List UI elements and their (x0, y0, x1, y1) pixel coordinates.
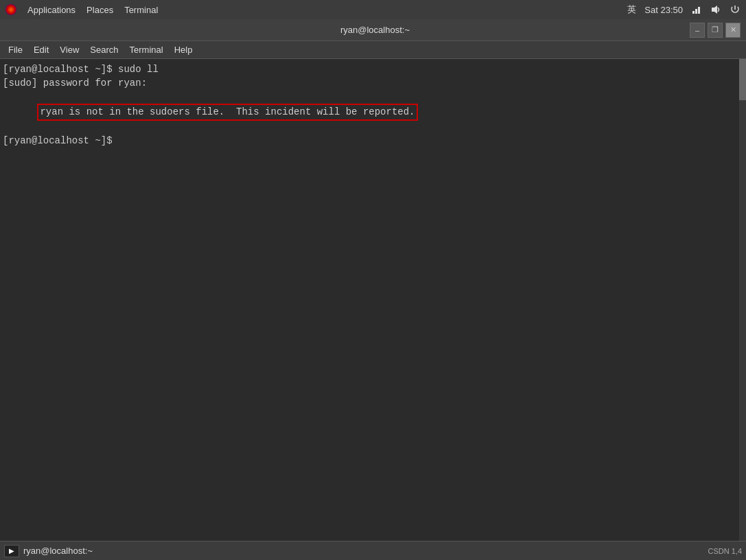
places-menu[interactable]: Places (86, 5, 113, 15)
terminal-line-2: [sudo] password for ryan: (3, 77, 743, 91)
position-indicator: 1,4 (732, 547, 742, 555)
error-message: ryan is not in the sudoers file. This in… (37, 104, 417, 121)
system-bar: Applications Places Terminal 英 Sat 23:50 (0, 0, 746, 19)
terminal-tab-icon: ▶ (4, 545, 19, 557)
scrollbar-thumb[interactable] (739, 59, 746, 100)
title-bar: ryan@localhost:~ – ❐ ✕ (0, 19, 746, 41)
close-button[interactable]: ✕ (725, 23, 741, 38)
menu-search[interactable]: Search (84, 43, 124, 56)
status-label: ryan@localhost:~ (23, 546, 93, 556)
menu-terminal[interactable]: Terminal (124, 43, 169, 56)
svg-rect-1 (695, 9, 697, 14)
maximize-button[interactable]: ❐ (708, 23, 723, 38)
status-bar: ▶ ryan@localhost:~ CSDN 1,4 (0, 541, 746, 560)
svg-rect-2 (698, 7, 700, 14)
status-bar-left: ▶ ryan@localhost:~ (4, 545, 93, 557)
terminal-line-4: [ryan@localhost ~]$ (3, 135, 743, 148)
system-bar-right: 英 Sat 23:50 (627, 3, 741, 16)
app-logo-icon (5, 4, 16, 15)
system-bar-left: Applications Places Terminal (5, 4, 158, 15)
menu-view[interactable]: View (54, 43, 84, 56)
csdn-label: CSDN (708, 547, 731, 555)
terminal-line-3: ryan is not in the sudoers file. This in… (3, 90, 743, 135)
language-indicator: 英 (627, 3, 636, 16)
status-position: CSDN 1,4 (708, 547, 742, 555)
menu-bar: File Edit View Search Terminal Help (0, 41, 746, 59)
menu-help[interactable]: Help (169, 43, 198, 56)
svg-marker-3 (712, 5, 717, 14)
terminal-content[interactable]: [ryan@localhost ~]$ sudo ll [sudo] passw… (0, 59, 746, 541)
terminal-menu[interactable]: Terminal (124, 5, 158, 15)
network-icon (691, 4, 702, 15)
window-controls: – ❐ ✕ (690, 23, 741, 38)
minimize-button[interactable]: – (690, 23, 705, 38)
applications-menu[interactable]: Applications (27, 5, 75, 15)
terminal-icon: ▶ (9, 547, 14, 555)
volume-icon (710, 4, 721, 15)
menu-file[interactable]: File (3, 43, 28, 56)
power-icon (730, 4, 741, 15)
terminal-window: ryan@localhost:~ – ❐ ✕ File Edit View Se… (0, 19, 746, 560)
window-title: ryan@localhost:~ (60, 25, 690, 35)
terminal-line-1: [ryan@localhost ~]$ sudo ll (3, 63, 743, 77)
datetime-display: Sat 23:50 (644, 5, 683, 15)
menu-edit[interactable]: Edit (28, 43, 54, 56)
scrollbar-track[interactable] (739, 59, 746, 541)
svg-rect-0 (692, 11, 695, 14)
